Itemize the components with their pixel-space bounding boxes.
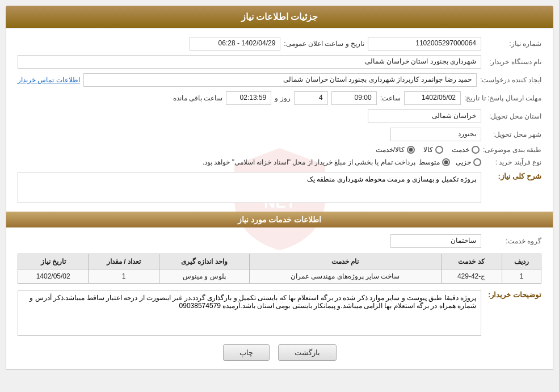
- deadline-time: 09:00: [331, 91, 377, 105]
- col-name: نام خدمت: [249, 254, 441, 269]
- button-row: بازگشت چاپ: [18, 344, 541, 361]
- row-buyer-notes: توضیحات خریدار:: [18, 290, 541, 336]
- radio-jozi[interactable]: جزیی: [456, 158, 481, 166]
- delivery-province-label: استان محل تحویل:: [485, 112, 541, 120]
- deadline-remain-label: ساعت باقی مانده: [173, 94, 223, 102]
- creator-value: حمید رضا جوانمرد کاربرداز شهرداری بجنورد…: [83, 73, 477, 87]
- deadline-days-label: روز و: [275, 94, 290, 102]
- row-deadline: مهلت ارسال پاسخ: تا تاریخ: 1402/05/02 سا…: [18, 91, 541, 105]
- content-area: شماره نیاز: 1102005297000064 تاریخ و ساع…: [18, 37, 541, 361]
- creator-label: ایجاد کننده درخواست:: [480, 76, 541, 84]
- contact-link[interactable]: اطلاعات تماس خریدار: [18, 76, 80, 84]
- page-wrapper: جزئیات اطلاعات نیاز NET Ana شماره نیاز: …: [0, 0, 559, 392]
- buyer-notes-label: توضیحات خریدار:: [485, 290, 541, 299]
- deadline-days: 4: [294, 91, 328, 105]
- radio-kala-label: کالا: [423, 146, 433, 154]
- category-label: طبقه بندی موضوعی:: [483, 146, 541, 154]
- delivery-city-label: شهر محل تحویل:: [485, 130, 541, 138]
- group-service-label: گروه خدمت:: [485, 237, 541, 245]
- radio-kala-khedmat[interactable]: کالا/خدمت: [376, 146, 415, 154]
- row-need-number: شماره نیاز: 1102005297000064 تاریخ و ساع…: [18, 37, 541, 50]
- col-row: ردیف: [502, 254, 541, 269]
- table-cell-qty: 1: [89, 269, 159, 284]
- radio-kala-khedmat-label: کالا/خدمت: [376, 146, 405, 154]
- table-cell-name: ساخت سایر پروژه‌های مهندسی عمران: [249, 269, 441, 284]
- need-desc-textarea[interactable]: [18, 172, 481, 203]
- radio-khedmat[interactable]: خدمت: [452, 146, 480, 154]
- table-cell-unit: پلوس و مینوس: [159, 269, 249, 284]
- group-service-value: ساختمان: [390, 234, 481, 248]
- radio-khedmat-circle: [472, 146, 480, 154]
- deadline-label: مهلت ارسال پاسخ: تا تاریخ:: [464, 94, 541, 102]
- need-number-value: 1102005297000064: [368, 37, 481, 50]
- table-cell-code: ج-42-429: [441, 269, 502, 284]
- radio-jozi-circle: [473, 158, 481, 166]
- col-unit: واحد اندازه گیری: [159, 254, 249, 269]
- radio-motavaset-label: متوسط: [419, 158, 440, 166]
- buyer-org-label: نام دستگاه خریدار:: [485, 58, 541, 66]
- deadline-remain: 02:13:59: [226, 91, 271, 105]
- row-need-desc: شرح کلی نیاز:: [18, 172, 541, 203]
- services-section-header: اطلاعات خدمات مورد نیاز: [6, 212, 553, 227]
- col-code: کد خدمت: [441, 254, 502, 269]
- radio-kala-circle: [435, 146, 443, 154]
- radio-jozi-label: جزیی: [456, 158, 471, 166]
- row-province: استان محل تحویل: خراسان شمالی: [18, 109, 541, 123]
- services-table: ردیف کد خدمت نام خدمت واحد اندازه گیری ت…: [18, 254, 541, 284]
- services-section-label: اطلاعات خدمات مورد نیاز: [238, 215, 322, 224]
- table-cell-row: 1: [502, 269, 541, 284]
- category-radio-group: خدمت کالا کالا/خدمت: [376, 146, 480, 154]
- table-cell-date: 1402/05/02: [18, 269, 89, 284]
- purchase-type-group: جزیی متوسط: [419, 158, 481, 166]
- radio-motavaset[interactable]: متوسط: [419, 158, 450, 166]
- print-button[interactable]: چاپ: [223, 344, 270, 361]
- purchase-type-label: نوع فرآیند خرید :: [485, 158, 541, 166]
- delivery-province-value: خراسان شمالی: [368, 109, 481, 123]
- radio-motavaset-circle: [442, 158, 450, 166]
- buyer-org-value: شهرداری بجنورد استان خراسان شمالی: [18, 55, 481, 69]
- deadline-time-label: ساعت:: [380, 94, 401, 102]
- buyer-notes-textarea: [18, 290, 481, 336]
- page-header: جزئیات اطلاعات نیاز: [6, 6, 553, 28]
- need-number-label: شماره نیاز:: [485, 40, 541, 48]
- col-qty: تعداد / مقدار: [89, 254, 159, 269]
- row-buyer-org: نام دستگاه خریدار: شهرداری بجنورد استان …: [18, 55, 541, 69]
- radio-kala-khedmat-circle: [407, 146, 415, 154]
- table-header-row: ردیف کد خدمت نام خدمت واحد اندازه گیری ت…: [18, 254, 541, 269]
- row-category: طبقه بندی موضوعی: خدمت کالا کالا/خدمت: [18, 146, 541, 154]
- col-date: تاریخ نیاز: [18, 254, 89, 269]
- row-city: شهر محل تحویل: بجنورد: [18, 128, 541, 141]
- main-card: NET Ana شماره نیاز: 1102005297000064 تار…: [6, 28, 553, 370]
- announce-label: تاریخ و ساعت اعلان عمومی:: [284, 40, 364, 48]
- page-title: جزئیات اطلاعات نیاز: [241, 12, 318, 22]
- radio-khedmat-label: خدمت: [452, 146, 469, 154]
- row-group-service: گروه خدمت: ساختمان: [18, 234, 541, 248]
- need-desc-label: شرح کلی نیاز:: [485, 172, 541, 180]
- radio-kala[interactable]: کالا: [423, 146, 443, 154]
- deadline-date: 1402/05/02: [404, 91, 461, 105]
- announce-value: 1402/04/29 - 06:28: [190, 37, 280, 50]
- row-purchase-type: نوع فرآیند خرید : جزیی متوسط پرداخت تمام…: [18, 158, 541, 166]
- delivery-city-value: بجنورد: [390, 128, 481, 141]
- back-button[interactable]: بازگشت: [278, 344, 337, 361]
- row-creator: ایجاد کننده درخواست: حمید رضا جوانمرد کا…: [18, 73, 541, 87]
- table-row: 1ج-42-429ساخت سایر پروژه‌های مهندسی عمرا…: [18, 269, 541, 284]
- purchase-type-desc: پرداخت تمام یا بخشی از مبلغ خریدار از مح…: [203, 158, 415, 166]
